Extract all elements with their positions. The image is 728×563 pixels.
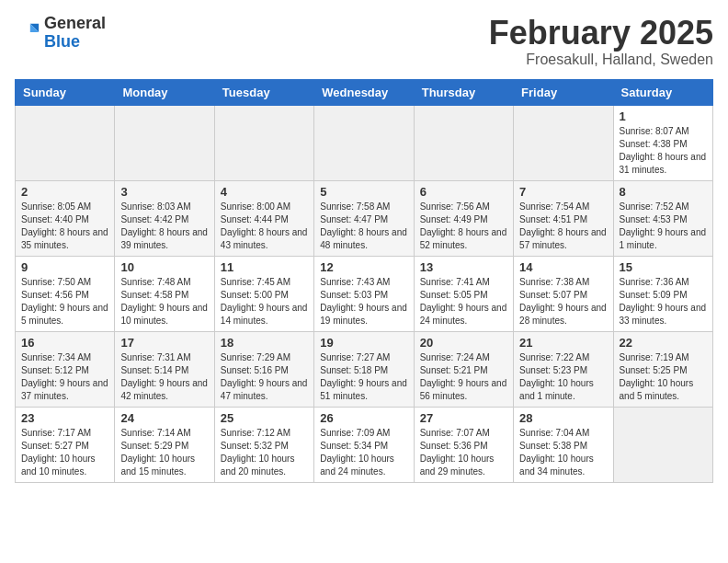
calendar-cell	[414, 105, 513, 180]
calendar-cell: 3Sunrise: 8:03 AM Sunset: 4:42 PM Daylig…	[115, 180, 214, 256]
calendar-week-row: 16Sunrise: 7:34 AM Sunset: 5:12 PM Dayli…	[16, 331, 713, 407]
day-info: Sunrise: 7:12 AM Sunset: 5:32 PM Dayligh…	[221, 427, 308, 478]
weekday-header-sunday: Sunday	[16, 79, 115, 105]
day-number: 4	[221, 185, 308, 199]
calendar-cell: 6Sunrise: 7:56 AM Sunset: 4:49 PM Daylig…	[414, 180, 513, 256]
day-info: Sunrise: 7:34 AM Sunset: 5:12 PM Dayligh…	[21, 351, 108, 403]
calendar-week-row: 2Sunrise: 8:05 AM Sunset: 4:40 PM Daylig…	[16, 180, 713, 256]
calendar-cell: 12Sunrise: 7:43 AM Sunset: 5:03 PM Dayli…	[314, 256, 414, 331]
calendar-table: SundayMondayTuesdayWednesdayThursdayFrid…	[15, 79, 713, 483]
day-number: 20	[420, 336, 507, 350]
day-number: 18	[221, 336, 308, 350]
calendar-cell	[613, 407, 712, 482]
day-number: 7	[519, 185, 607, 199]
day-number: 6	[420, 185, 507, 199]
day-number: 21	[519, 336, 607, 350]
calendar-week-row: 23Sunrise: 7:17 AM Sunset: 5:27 PM Dayli…	[16, 407, 713, 482]
day-number: 22	[620, 336, 707, 350]
day-info: Sunrise: 7:31 AM Sunset: 5:14 PM Dayligh…	[120, 351, 208, 403]
calendar-cell: 11Sunrise: 7:45 AM Sunset: 5:00 PM Dayli…	[214, 256, 313, 331]
calendar-cell: 18Sunrise: 7:29 AM Sunset: 5:16 PM Dayli…	[214, 331, 313, 407]
calendar-cell: 26Sunrise: 7:09 AM Sunset: 5:34 PM Dayli…	[314, 407, 414, 482]
day-number: 13	[420, 260, 507, 274]
calendar-cell	[16, 105, 115, 180]
day-number: 16	[21, 336, 108, 350]
weekday-header-monday: Monday	[115, 79, 214, 105]
calendar-cell: 15Sunrise: 7:36 AM Sunset: 5:09 PM Dayli…	[613, 256, 712, 331]
page-header: General Blue February 2025 Froesakull, H…	[15, 15, 713, 68]
calendar-cell: 23Sunrise: 7:17 AM Sunset: 5:27 PM Dayli…	[16, 407, 115, 482]
day-info: Sunrise: 7:27 AM Sunset: 5:18 PM Dayligh…	[320, 351, 407, 403]
day-info: Sunrise: 7:14 AM Sunset: 5:29 PM Dayligh…	[120, 427, 208, 478]
day-number: 5	[320, 185, 407, 199]
weekday-header-friday: Friday	[514, 79, 613, 105]
logo-icon	[15, 20, 40, 46]
calendar-cell: 28Sunrise: 7:04 AM Sunset: 5:38 PM Dayli…	[514, 407, 613, 482]
calendar-cell: 1Sunrise: 8:07 AM Sunset: 4:38 PM Daylig…	[613, 105, 712, 180]
calendar-cell: 25Sunrise: 7:12 AM Sunset: 5:32 PM Dayli…	[214, 407, 313, 482]
calendar-cell: 13Sunrise: 7:41 AM Sunset: 5:05 PM Dayli…	[414, 256, 513, 331]
logo: General Blue	[15, 15, 106, 52]
day-number: 24	[120, 411, 208, 425]
day-number: 26	[320, 411, 407, 425]
calendar-cell: 24Sunrise: 7:14 AM Sunset: 5:29 PM Dayli…	[115, 407, 214, 482]
day-number: 12	[320, 260, 407, 274]
day-number: 28	[519, 411, 607, 425]
day-info: Sunrise: 7:43 AM Sunset: 5:03 PM Dayligh…	[320, 276, 407, 327]
calendar-cell	[115, 105, 214, 180]
day-number: 27	[420, 411, 507, 425]
calendar-cell: 4Sunrise: 8:00 AM Sunset: 4:44 PM Daylig…	[214, 180, 313, 256]
day-info: Sunrise: 7:29 AM Sunset: 5:16 PM Dayligh…	[221, 351, 308, 403]
day-number: 23	[21, 411, 108, 425]
calendar-week-row: 1Sunrise: 8:07 AM Sunset: 4:38 PM Daylig…	[16, 105, 713, 180]
day-number: 2	[21, 185, 108, 199]
logo-blue: Blue	[44, 33, 106, 52]
day-number: 8	[620, 185, 707, 199]
calendar-cell: 16Sunrise: 7:34 AM Sunset: 5:12 PM Dayli…	[16, 331, 115, 407]
day-info: Sunrise: 7:36 AM Sunset: 5:09 PM Dayligh…	[620, 276, 707, 327]
calendar-cell	[214, 105, 313, 180]
day-info: Sunrise: 7:48 AM Sunset: 4:58 PM Dayligh…	[120, 276, 208, 327]
weekday-header-thursday: Thursday	[414, 79, 513, 105]
calendar-cell: 27Sunrise: 7:07 AM Sunset: 5:36 PM Dayli…	[414, 407, 513, 482]
day-info: Sunrise: 8:07 AM Sunset: 4:38 PM Dayligh…	[620, 125, 707, 177]
day-info: Sunrise: 7:54 AM Sunset: 4:51 PM Dayligh…	[519, 201, 607, 252]
day-number: 17	[120, 336, 208, 350]
day-number: 14	[519, 260, 607, 274]
month-title: February 2025	[489, 15, 713, 52]
weekday-header-row: SundayMondayTuesdayWednesdayThursdayFrid…	[16, 79, 713, 105]
calendar-cell: 7Sunrise: 7:54 AM Sunset: 4:51 PM Daylig…	[514, 180, 613, 256]
calendar-cell: 5Sunrise: 7:58 AM Sunset: 4:47 PM Daylig…	[314, 180, 414, 256]
day-info: Sunrise: 7:19 AM Sunset: 5:25 PM Dayligh…	[620, 351, 707, 403]
calendar-cell	[314, 105, 414, 180]
title-block: February 2025 Froesakull, Halland, Swede…	[489, 15, 713, 68]
day-info: Sunrise: 7:09 AM Sunset: 5:34 PM Dayligh…	[320, 427, 407, 478]
calendar-cell: 17Sunrise: 7:31 AM Sunset: 5:14 PM Dayli…	[115, 331, 214, 407]
day-info: Sunrise: 7:24 AM Sunset: 5:21 PM Dayligh…	[420, 351, 507, 403]
day-info: Sunrise: 7:07 AM Sunset: 5:36 PM Dayligh…	[420, 427, 507, 478]
day-info: Sunrise: 7:58 AM Sunset: 4:47 PM Dayligh…	[320, 201, 407, 252]
day-info: Sunrise: 8:00 AM Sunset: 4:44 PM Dayligh…	[221, 201, 308, 252]
calendar-cell: 21Sunrise: 7:22 AM Sunset: 5:23 PM Dayli…	[514, 331, 613, 407]
weekday-header-wednesday: Wednesday	[314, 79, 414, 105]
day-info: Sunrise: 7:45 AM Sunset: 5:00 PM Dayligh…	[221, 276, 308, 327]
day-number: 3	[120, 185, 208, 199]
logo-text: General Blue	[44, 15, 106, 52]
day-info: Sunrise: 7:17 AM Sunset: 5:27 PM Dayligh…	[21, 427, 108, 478]
day-info: Sunrise: 8:05 AM Sunset: 4:40 PM Dayligh…	[21, 201, 108, 252]
day-info: Sunrise: 7:04 AM Sunset: 5:38 PM Dayligh…	[519, 427, 607, 478]
day-info: Sunrise: 7:52 AM Sunset: 4:53 PM Dayligh…	[620, 201, 707, 252]
day-info: Sunrise: 7:56 AM Sunset: 4:49 PM Dayligh…	[420, 201, 507, 252]
calendar-cell: 20Sunrise: 7:24 AM Sunset: 5:21 PM Dayli…	[414, 331, 513, 407]
calendar-cell: 2Sunrise: 8:05 AM Sunset: 4:40 PM Daylig…	[16, 180, 115, 256]
calendar-cell: 22Sunrise: 7:19 AM Sunset: 5:25 PM Dayli…	[613, 331, 712, 407]
weekday-header-tuesday: Tuesday	[214, 79, 313, 105]
weekday-header-saturday: Saturday	[613, 79, 712, 105]
location: Froesakull, Halland, Sweden	[489, 52, 713, 68]
day-info: Sunrise: 7:41 AM Sunset: 5:05 PM Dayligh…	[420, 276, 507, 327]
logo-general: General	[44, 15, 106, 33]
day-info: Sunrise: 7:50 AM Sunset: 4:56 PM Dayligh…	[21, 276, 108, 327]
calendar-cell: 10Sunrise: 7:48 AM Sunset: 4:58 PM Dayli…	[115, 256, 214, 331]
day-number: 15	[620, 260, 707, 274]
day-info: Sunrise: 7:22 AM Sunset: 5:23 PM Dayligh…	[519, 351, 607, 403]
